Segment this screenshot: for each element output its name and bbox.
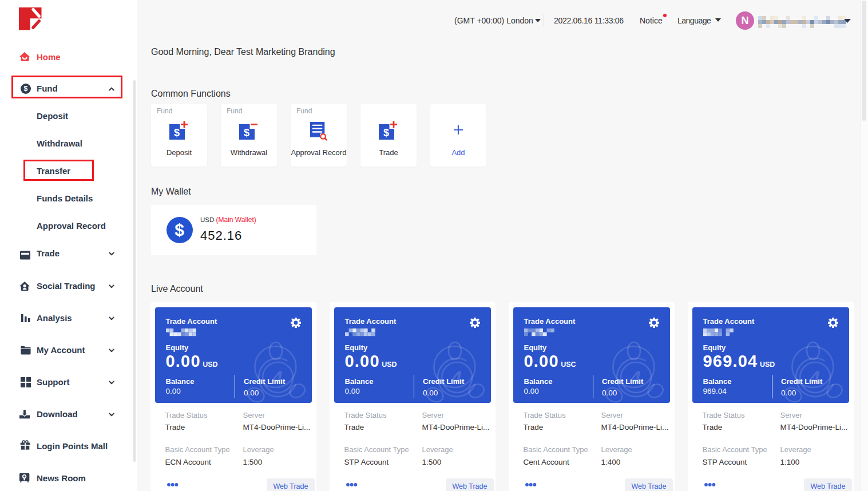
svg-text:$: $ <box>383 127 389 138</box>
svg-text:$: $ <box>174 127 180 138</box>
svg-text:$: $ <box>244 127 249 138</box>
